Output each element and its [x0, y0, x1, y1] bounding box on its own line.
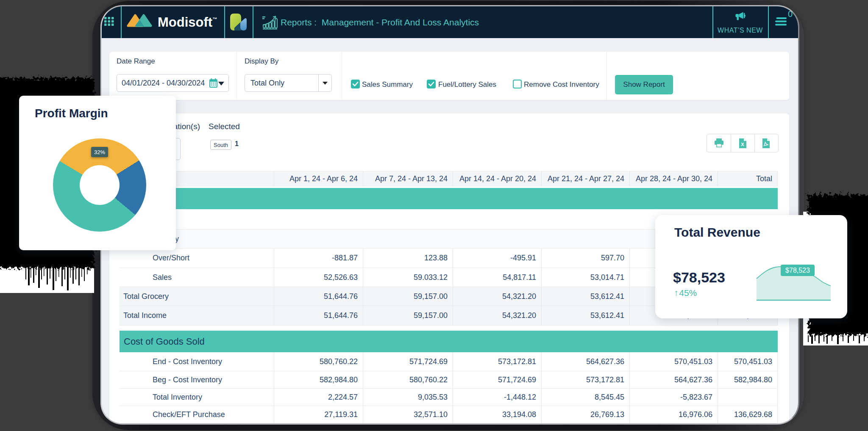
svg-text:X: X: [741, 142, 744, 147]
svg-text:$78,523: $78,523: [785, 267, 810, 274]
